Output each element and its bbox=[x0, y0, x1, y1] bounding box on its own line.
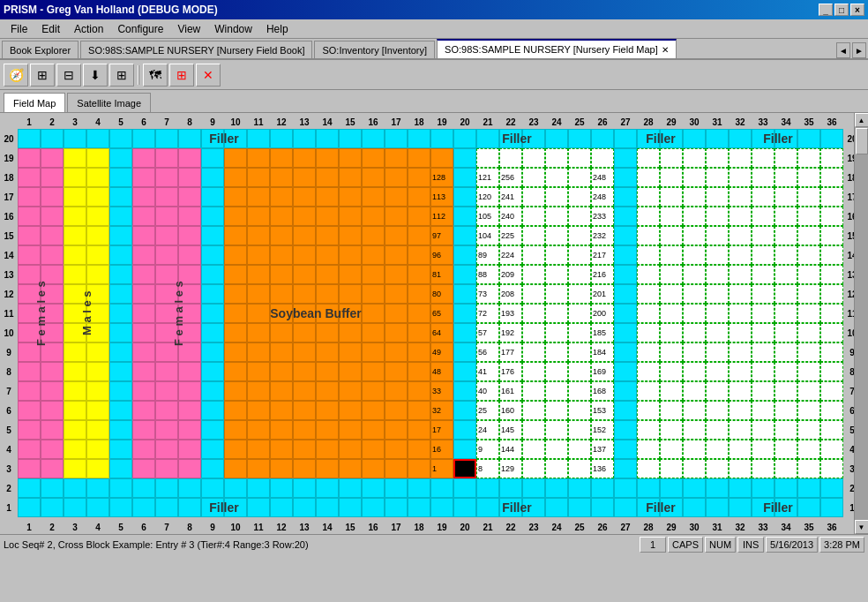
cell-r16-c29[interactable] bbox=[660, 207, 683, 226]
cell-r3-c14[interactable] bbox=[316, 459, 339, 478]
cell-r9-c34[interactable] bbox=[774, 342, 797, 362]
cell-r11-c1[interactable] bbox=[18, 304, 41, 323]
cell-r1-c20[interactable] bbox=[453, 498, 476, 517]
cell-r20-c2[interactable] bbox=[41, 129, 64, 148]
cell-r11-c23[interactable] bbox=[522, 304, 545, 323]
cell-r6-c12[interactable] bbox=[270, 401, 293, 420]
cell-r1-c27[interactable] bbox=[614, 498, 637, 517]
cell-r1-c4[interactable] bbox=[86, 498, 109, 517]
cell-r14-c6[interactable] bbox=[132, 245, 155, 265]
cell-r12-c17[interactable] bbox=[385, 284, 408, 304]
cell-r9-c5[interactable] bbox=[109, 342, 132, 362]
cell-r16-c26[interactable]: 233 bbox=[591, 207, 614, 226]
cell-r10-c8[interactable] bbox=[178, 323, 201, 342]
cell-r8-c12[interactable] bbox=[270, 362, 293, 381]
cell-r9-c3[interactable] bbox=[64, 342, 86, 362]
cell-r19-c22[interactable] bbox=[499, 148, 522, 168]
cell-r3-c4[interactable] bbox=[86, 459, 109, 478]
cell-r7-c13[interactable] bbox=[293, 381, 316, 401]
cell-r15-c27[interactable] bbox=[614, 226, 637, 245]
cell-r19-c2[interactable] bbox=[41, 148, 64, 168]
cell-r12-c35[interactable] bbox=[797, 284, 820, 304]
cell-r6-c4[interactable] bbox=[86, 401, 109, 420]
cell-r5-c31[interactable] bbox=[706, 420, 729, 440]
cell-r10-c22[interactable]: 192 bbox=[499, 323, 522, 342]
cell-r12-c30[interactable] bbox=[683, 284, 706, 304]
cell-r9-c14[interactable] bbox=[316, 342, 339, 362]
cell-r14-c15[interactable] bbox=[339, 245, 362, 265]
cell-r18-c12[interactable] bbox=[270, 168, 293, 187]
scroll-thumb[interactable] bbox=[856, 128, 868, 154]
cell-r6-c18[interactable] bbox=[408, 401, 430, 420]
cell-r11-c29[interactable] bbox=[660, 304, 683, 323]
cell-r18-c27[interactable] bbox=[614, 168, 637, 187]
cell-r12-c16[interactable] bbox=[362, 284, 385, 304]
cell-r1-c31[interactable] bbox=[706, 498, 729, 517]
cell-r2-c35[interactable] bbox=[797, 478, 820, 498]
cell-r8-c15[interactable] bbox=[339, 362, 362, 381]
cell-r5-c12[interactable] bbox=[270, 420, 293, 440]
cell-r14-c5[interactable] bbox=[109, 245, 132, 265]
cell-r18-c6[interactable] bbox=[132, 168, 155, 187]
cell-r6-c11[interactable] bbox=[247, 401, 270, 420]
cell-r12-c23[interactable] bbox=[522, 284, 545, 304]
menu-window[interactable]: Window bbox=[207, 21, 259, 37]
cell-r5-c36[interactable] bbox=[820, 420, 843, 440]
cell-r12-c9[interactable] bbox=[201, 284, 224, 304]
cell-r3-c34[interactable] bbox=[774, 459, 797, 478]
cell-r15-c19[interactable]: 97 bbox=[430, 226, 453, 245]
cell-r1-c5[interactable] bbox=[109, 498, 132, 517]
cell-r19-c33[interactable] bbox=[752, 148, 774, 168]
cell-r4-c20[interactable] bbox=[453, 440, 476, 459]
cell-r11-c17[interactable] bbox=[385, 304, 408, 323]
cell-r13-c26[interactable]: 216 bbox=[591, 265, 614, 284]
cell-r15-c23[interactable] bbox=[522, 226, 545, 245]
cell-r8-c19[interactable]: 48 bbox=[430, 362, 453, 381]
cell-r10-c4[interactable] bbox=[86, 323, 109, 342]
toolbar-btn-5[interactable]: ⊞ bbox=[109, 64, 134, 87]
cell-r18-c23[interactable] bbox=[522, 168, 545, 187]
cell-r2-c1[interactable] bbox=[18, 478, 41, 498]
cell-r14-c25[interactable] bbox=[568, 245, 591, 265]
cell-r10-c25[interactable] bbox=[568, 323, 591, 342]
cell-r18-c9[interactable] bbox=[201, 168, 224, 187]
cell-r20-c7[interactable] bbox=[155, 129, 178, 148]
cell-r14-c35[interactable] bbox=[797, 245, 820, 265]
cell-r7-c23[interactable] bbox=[522, 381, 545, 401]
cell-r2-c36[interactable] bbox=[820, 478, 843, 498]
cell-r11-c19[interactable]: 65 bbox=[430, 304, 453, 323]
cell-r19-c31[interactable] bbox=[706, 148, 729, 168]
cell-r11-c6[interactable] bbox=[132, 304, 155, 323]
cell-r19-c12[interactable] bbox=[270, 148, 293, 168]
cell-r13-c31[interactable] bbox=[706, 265, 729, 284]
cell-r6-c30[interactable] bbox=[683, 401, 706, 420]
cell-r17-c29[interactable] bbox=[660, 187, 683, 207]
cell-r6-c23[interactable] bbox=[522, 401, 545, 420]
cell-r4-c6[interactable] bbox=[132, 440, 155, 459]
cell-r13-c20[interactable] bbox=[453, 265, 476, 284]
cell-r8-c5[interactable] bbox=[109, 362, 132, 381]
cell-r16-c7[interactable] bbox=[155, 207, 178, 226]
cell-r15-c17[interactable] bbox=[385, 226, 408, 245]
cell-r17-c33[interactable] bbox=[752, 187, 774, 207]
cell-r19-c5[interactable] bbox=[109, 148, 132, 168]
cell-r8-c22[interactable]: 176 bbox=[499, 362, 522, 381]
cell-r16-c13[interactable] bbox=[293, 207, 316, 226]
cell-r2-c34[interactable] bbox=[774, 478, 797, 498]
toolbar-btn-3[interactable]: ⊟ bbox=[56, 64, 81, 87]
cell-r15-c11[interactable] bbox=[247, 226, 270, 245]
cell-r14-c19[interactable]: 96 bbox=[430, 245, 453, 265]
cell-r4-c4[interactable] bbox=[86, 440, 109, 459]
cell-r17-c18[interactable] bbox=[408, 187, 430, 207]
cell-r2-c14[interactable] bbox=[316, 478, 339, 498]
cell-r18-c1[interactable] bbox=[18, 168, 41, 187]
cell-r16-c24[interactable] bbox=[545, 207, 568, 226]
cell-r17-c6[interactable] bbox=[132, 187, 155, 207]
cell-r10-c32[interactable] bbox=[729, 323, 752, 342]
cell-r15-c30[interactable] bbox=[683, 226, 706, 245]
cell-r3-c21[interactable]: 8 bbox=[476, 459, 499, 478]
cell-r12-c22[interactable]: 208 bbox=[499, 284, 522, 304]
cell-r11-c16[interactable] bbox=[362, 304, 385, 323]
cell-r12-c1[interactable] bbox=[18, 284, 41, 304]
cell-r20-c16[interactable] bbox=[362, 129, 385, 148]
